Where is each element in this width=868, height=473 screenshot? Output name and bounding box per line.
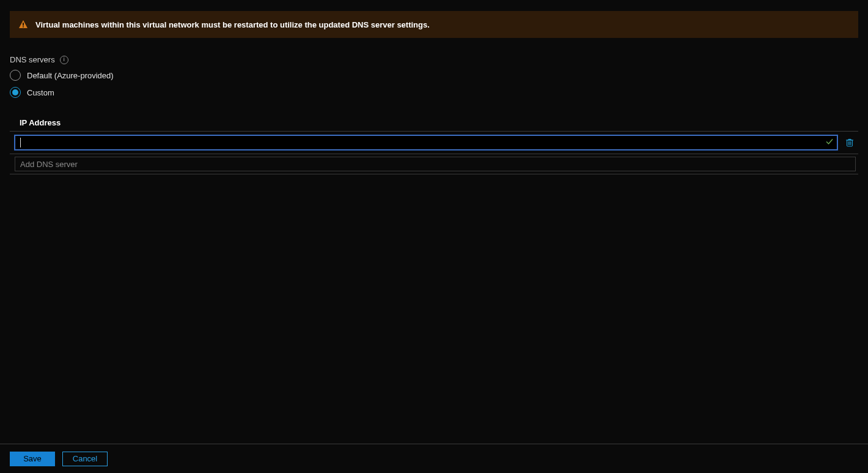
dns-server-input-wrap	[15, 135, 837, 150]
dns-server-input[interactable]	[15, 135, 837, 150]
dns-servers-label: DNS servers	[10, 55, 55, 64]
dns-option-default-label: Default (Azure-provided)	[27, 71, 114, 80]
svg-rect-1	[23, 26, 24, 28]
radio-icon	[10, 70, 21, 81]
warning-banner: Virtual machines within this virtual net…	[10, 11, 858, 38]
dns-option-custom[interactable]: Custom	[10, 85, 858, 100]
add-dns-server-input[interactable]	[15, 157, 856, 171]
add-dns-server-row	[10, 154, 858, 174]
save-button[interactable]: Save	[10, 452, 55, 466]
radio-icon	[10, 87, 21, 98]
footer-bar: Save Cancel	[0, 444, 868, 473]
svg-rect-0	[23, 23, 24, 26]
dns-servers-label-row: DNS servers i	[10, 55, 858, 64]
dns-rows	[10, 131, 858, 174]
warning-icon	[18, 20, 28, 29]
cancel-button[interactable]: Cancel	[62, 452, 108, 466]
warning-message: Virtual machines within this virtual net…	[35, 20, 430, 29]
dns-server-row	[10, 132, 858, 154]
delete-dns-row-button[interactable]	[844, 136, 856, 149]
ip-address-column-header: IP Address	[20, 118, 858, 127]
info-icon[interactable]: i	[60, 56, 68, 64]
dns-option-custom-label: Custom	[27, 88, 54, 97]
dns-option-default[interactable]: Default (Azure-provided)	[10, 68, 858, 83]
